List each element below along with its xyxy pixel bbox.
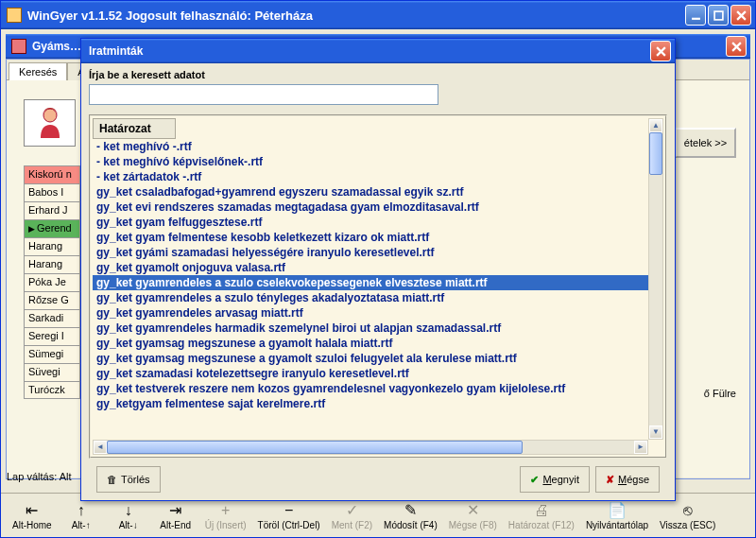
scroll-right-icon[interactable]: ► — [634, 441, 647, 454]
toolbar-label: Nyilvántartólap — [586, 520, 648, 530]
modal-iratmintak: Iratminták Írja be a keresett adatot Hat… — [80, 38, 676, 501]
toolbar-icon: ⇥ — [169, 501, 181, 520]
v-scroll-thumb[interactable] — [649, 132, 662, 175]
file-row[interactable]: gy_ket gyamrendeles harmadik szemelynel … — [93, 321, 648, 336]
file-row[interactable]: - ket meghívó -.rtf — [93, 139, 648, 154]
list-header[interactable]: Határozat — [93, 118, 176, 139]
file-row[interactable]: gy_ket csaladbafogad+gyamrend egyszeru s… — [93, 184, 648, 200]
etelek-button[interactable]: ételek >> — [675, 128, 736, 158]
name-row[interactable]: Sümegi — [24, 345, 80, 363]
toolbar-alt-[interactable]: ↑Alt-↑ — [58, 496, 105, 534]
toolbar-label: Alt-↓ — [119, 520, 138, 530]
file-row[interactable]: gy_ket gyamrendeles a szulo tényleges ak… — [93, 290, 648, 305]
file-row[interactable]: - ket meghívó képviselőnek-.rtf — [93, 154, 648, 169]
toolbar-label: Ment (F2) — [332, 520, 372, 530]
cancel-label: Mégse — [618, 474, 649, 485]
toolbar-icon: ✓ — [346, 501, 358, 520]
toolbar-icon: ⇤ — [26, 501, 38, 520]
toolbar-icon: ✎ — [404, 501, 417, 520]
open-label: Megnyit — [542, 474, 579, 485]
modal-close-button[interactable] — [650, 41, 671, 61]
search-input[interactable] — [89, 84, 438, 105]
mdi-title: Gyáms… — [32, 40, 81, 53]
toolbar-icon: ↑ — [77, 501, 85, 520]
scroll-up-icon[interactable]: ▲ — [649, 119, 662, 132]
toolbar-t-r-l-ctrl-del-[interactable]: −Töröl (Ctrl-Del) — [252, 496, 326, 534]
toolbar-icon: ↓ — [125, 501, 132, 520]
toolbar-icon: − — [284, 501, 293, 520]
name-row[interactable]: Kiskorú n — [24, 165, 80, 183]
h-scroll-thumb[interactable] — [107, 441, 523, 454]
toolbar-label: Módosít (F4) — [384, 520, 438, 530]
toolbar-ment-f2-: ✓Ment (F2) — [326, 496, 378, 534]
toolbar-label: Határozat (F12) — [508, 520, 575, 530]
svg-rect-1 — [714, 11, 723, 20]
toolbar-vissza-esc-[interactable]: ⎋Vissza (ESC) — [654, 496, 721, 534]
list-box: Határozat - ket meghívó -.rtf- ket meghí… — [89, 114, 667, 459]
file-row[interactable]: gy_ket gyamrendeles a szulo cselekvokepe… — [93, 275, 648, 290]
name-row[interactable]: Harang — [24, 237, 80, 255]
app-icon — [7, 8, 22, 23]
file-row[interactable]: gy_ket gyamrendeles arvasag miatt.rtf — [93, 305, 648, 321]
minimize-button[interactable] — [685, 5, 706, 26]
file-row[interactable]: gy_ket evi rendszeres szamadas megtagada… — [93, 200, 648, 215]
toolbar-alt-end[interactable]: ⇥Alt-End — [152, 496, 199, 534]
toolbar-label: Új (Insert) — [205, 520, 247, 530]
scroll-down-icon[interactable]: ▼ — [649, 425, 662, 439]
name-row[interactable]: Gerend — [24, 219, 80, 237]
name-row[interactable]: Babos I — [24, 183, 80, 201]
file-row[interactable]: gy_ket szamadasi kotelezettsegre iranyul… — [93, 366, 648, 381]
toolbar-icon: 📄 — [608, 501, 627, 520]
toolbar-label: Mégse (F8) — [449, 520, 497, 530]
name-row[interactable]: Süvegi — [24, 363, 80, 381]
main-titlebar: WinGyer v1.1.52 Jogosult felhasználó: Pé… — [1, 1, 755, 29]
toolbar-icon: ⎋ — [683, 501, 693, 520]
close-button[interactable] — [730, 5, 751, 26]
toolbar-nyilv-ntart-lap[interactable]: 📄Nyilvántartólap — [580, 496, 654, 534]
toolbar-alt-home[interactable]: ⇤Alt-Home — [7, 496, 58, 534]
toolbar-icon: 🖨 — [534, 501, 549, 520]
file-row[interactable]: gy_ket gyamolt onjoguva valasa.rtf — [93, 260, 648, 275]
h-scrollbar[interactable]: ◄ ► — [93, 440, 648, 455]
toolbar--j-insert-: +Új (Insert) — [199, 496, 252, 534]
x-icon: ✘ — [606, 474, 614, 486]
file-row[interactable]: gy_ket gyamsag megszunese a gyamolt hala… — [93, 336, 648, 351]
name-row[interactable]: Póka Je — [24, 273, 80, 291]
svg-rect-0 — [692, 17, 700, 19]
name-row[interactable]: Sarkadi — [24, 309, 80, 327]
toolbar-alt-[interactable]: ↓Alt-↓ — [105, 496, 152, 534]
name-row[interactable]: Harang — [24, 255, 80, 273]
name-row[interactable]: Turóczk — [24, 381, 80, 399]
delete-button[interactable]: 🗑 Törlés — [96, 466, 161, 493]
trash-icon: 🗑 — [107, 474, 117, 485]
file-row[interactable]: - ket zártadatok -.rtf — [93, 169, 648, 184]
name-list: Kiskorú nBabos IErhard JGerendHarangHara… — [24, 165, 80, 399]
open-button[interactable]: ✔ Megnyit — [520, 466, 590, 493]
footer-lap-label: Lap váltás: Alt — [7, 471, 72, 482]
v-scrollbar[interactable]: ▲ ▼ — [648, 118, 663, 440]
check-icon: ✔ — [530, 474, 539, 486]
toolbar-m-dos-t-f4-[interactable]: ✎Módosít (F4) — [378, 496, 443, 534]
file-row[interactable]: gy_ket gyam felfuggesztese.rtf — [93, 215, 648, 230]
toolbar-label: Vissza (ESC) — [660, 520, 715, 530]
file-list[interactable]: - ket meghívó -.rtf- ket meghívó képvise… — [93, 139, 648, 411]
name-row[interactable]: Erhard J — [24, 201, 80, 219]
tab-search[interactable]: Keresés — [9, 62, 67, 80]
name-row[interactable]: Seregi I — [24, 327, 80, 345]
file-row[interactable]: gy_ket testverek reszere nem kozos gyamr… — [93, 381, 648, 396]
mdi-close-button[interactable] — [726, 36, 747, 57]
footer-fulre-label: ő Fülre — [704, 388, 736, 399]
toolbar-label: Alt-Home — [12, 520, 52, 530]
maximize-button[interactable] — [708, 5, 729, 26]
svg-point-2 — [43, 109, 57, 122]
modal-button-bar: 🗑 Törlés ✔ Megnyit ✘ Mégse — [89, 459, 667, 500]
file-row[interactable]: gy_ket gyámi szamadasi helyességére iran… — [93, 245, 648, 260]
main-title: WinGyer v1.1.52 Jogosult felhasználó: Pé… — [27, 9, 313, 23]
scroll-left-icon[interactable]: ◄ — [94, 441, 107, 454]
file-row[interactable]: gy_ket gyamsag megszunese a gyamolt szul… — [93, 351, 648, 366]
toolbar-icon: + — [221, 501, 230, 520]
file-row[interactable]: gy_ket gyam felmentese kesobb keletkezet… — [93, 230, 648, 245]
name-row[interactable]: Rőzse G — [24, 291, 80, 309]
file-row[interactable]: gy_ketgyam felmentese sajat kerelmere.rt… — [93, 396, 648, 411]
cancel-button[interactable]: ✘ Mégse — [595, 466, 660, 493]
